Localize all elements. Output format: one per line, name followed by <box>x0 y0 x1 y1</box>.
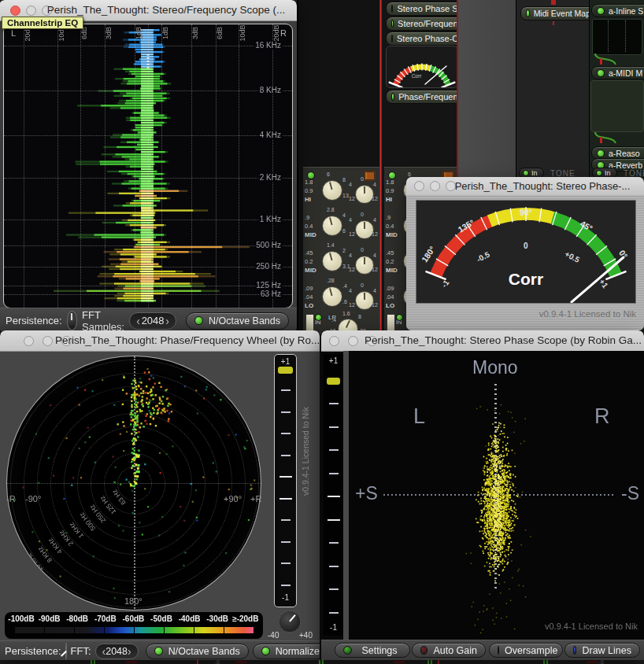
meter-tick <box>281 389 291 391</box>
meter-tick <box>329 426 339 428</box>
db-tick-label: 10dB <box>239 24 246 42</box>
oversample-button[interactable]: Oversample <box>489 643 563 658</box>
meter-value-pill <box>327 378 340 385</box>
window-title: Perish_The_Thought: Stereo/Frequency Sco… <box>0 4 297 16</box>
legend-db-label: ≥-20dB <box>231 614 261 623</box>
eq-num-label: 1.8 <box>386 179 394 186</box>
eq-num-label: 1.6 <box>342 311 350 316</box>
fft-samples-stepper[interactable]: ‹ 2048 › <box>129 312 176 330</box>
eq-num-label: 0 <box>361 282 364 288</box>
meter-tick <box>329 566 339 567</box>
titlebar[interactable]: Perish_The_Thought: Stereo Phase Scope (… <box>321 330 644 352</box>
a-device-button[interactable]: a-Inline S <box>591 4 644 17</box>
a-device-button[interactable]: a-MIDI M <box>591 66 644 79</box>
db-tick-label: 3dB <box>105 24 113 42</box>
eq-freq-knob[interactable] <box>322 286 342 307</box>
legend-tick <box>14 627 15 633</box>
titlebar[interactable]: Perish_The_Thought: Phase/Frequency Whee… <box>0 330 320 352</box>
fft-samples-value: 2048 <box>142 315 165 326</box>
grid-vline <box>135 24 135 308</box>
stepper-prev-icon[interactable]: ‹ <box>136 315 140 327</box>
legend-tick <box>134 627 135 633</box>
correlation-bar-meter: +1-1 <box>324 354 343 636</box>
fft-samples-label: FFT Samples: <box>82 309 124 333</box>
eq-in-switch[interactable] <box>305 314 314 331</box>
persistence-label: Persistence: <box>6 315 62 326</box>
freq-tick-label: 16 KHz <box>254 41 283 50</box>
button-label: a-Inline S <box>609 6 643 16</box>
button-led-icon <box>597 149 605 157</box>
rack-scope-button[interactable]: Stereo/Frequenc <box>386 17 468 31</box>
mini-corr-arc <box>387 46 457 87</box>
window-title: Perish_The_Thought: Phase/Frequency Whee… <box>0 334 320 346</box>
eq-num-label: 8 <box>342 177 346 183</box>
phase-scope-display: Mono L R +S -S v0.9.4-1 Licensed to Nik <box>349 351 644 640</box>
gain-min-label: -40 <box>268 631 279 640</box>
polar-wheel-display: 63 Hz125 Hz250 Hz500 Hz1 KHz2 KHz4 KHz8 … <box>0 352 268 615</box>
meter-tick <box>281 411 291 413</box>
eq-num-label: 1.8 <box>305 179 313 186</box>
draw-lines-led-icon <box>573 646 576 655</box>
fft-stepper[interactable]: ‹ 2048 › <box>95 644 139 659</box>
knob-pointer-icon <box>329 253 332 261</box>
window-stereo-phase-correlation: Perish_The_Thought: Stereo Phase-... 180… <box>406 177 644 330</box>
corr-center-label: Corr <box>416 270 635 289</box>
settings-button[interactable]: Settings <box>335 643 410 658</box>
midi-event-map-button[interactable]: Midi Event Map <box>520 6 596 20</box>
eq-num-label: 0.4 <box>305 223 313 230</box>
freq-tick-label: 125 Hz <box>254 281 283 290</box>
n-octave-bands-button[interactable]: N/Octave Bands <box>146 644 249 659</box>
meter-tick <box>329 588 339 590</box>
persistence-knob[interactable] <box>67 311 77 330</box>
meter-tick <box>281 519 291 521</box>
stepper-next-icon[interactable]: › <box>165 315 169 327</box>
rack-scope-button[interactable]: Stereo Phase-Co <box>386 31 468 46</box>
gain-knob[interactable] <box>279 611 301 633</box>
midi-connector-top <box>553 0 554 5</box>
desktop: 1.80.9HI68130441212.90.4MID2.8460441212.… <box>0 0 644 664</box>
eq-lp-led-icon <box>396 314 403 321</box>
phase-frequency-wheel-button[interactable]: Phase/Frequenc <box>386 90 468 104</box>
fft-value: 2048 <box>105 646 128 657</box>
grid-vline <box>191 24 192 308</box>
spectrum-grid: 20dB10dB6dB3dB1dB1dB3dB6dB10dB20dB16 KHz… <box>4 24 292 308</box>
in-label: In <box>605 169 611 177</box>
legend-db-label: -90dB <box>35 614 65 623</box>
legend-db-label: -100dB <box>6 614 36 623</box>
routing-icon[interactable] <box>364 171 376 181</box>
mixer-meter-tick <box>543 660 545 664</box>
meter-tick <box>329 473 339 474</box>
auto-gain-led-icon <box>420 646 427 655</box>
mixer-db-label: -6 <box>214 660 220 664</box>
draw-lines-button[interactable]: Draw Lines <box>564 643 640 658</box>
meter-tick <box>281 433 291 434</box>
legend-db-label: -40dB <box>175 614 205 623</box>
stepper-next-icon[interactable]: › <box>128 645 131 658</box>
window-stereo-frequency-scope: Perish_The_Thought: Stereo/Frequency Sco… <box>0 0 297 332</box>
db-tick-label: 20dB <box>272 24 280 42</box>
eq-freq-knob[interactable] <box>322 180 342 201</box>
knob-pointer-icon <box>329 218 332 226</box>
rack-scope-button[interactable]: Stereo Phase Sc <box>386 2 468 16</box>
auto-gain-button[interactable]: Auto Gain <box>412 643 486 658</box>
persistence-knob[interactable] <box>65 642 67 660</box>
normalize-button[interactable]: Normalize <box>253 644 320 659</box>
freq-tick-label: 2 KHz <box>258 173 283 182</box>
version-text-vertical: v0.9.4-1 Licensed to Nik <box>301 354 310 496</box>
db-tick-label: 1dB <box>135 24 142 42</box>
meter-tick <box>281 541 291 543</box>
meter-divider <box>343 351 349 640</box>
eq-num-label: 4 <box>373 288 376 293</box>
eq-in-switch[interactable] <box>387 314 395 331</box>
eq-freq-knob[interactable] <box>322 216 342 236</box>
eq-band-label: MID <box>305 267 316 274</box>
wheel-circle: 63 Hz125 Hz250 Hz500 Hz1 KHz2 KHz4 KHz8 … <box>6 356 261 611</box>
eq-num-label: .4 <box>331 317 336 323</box>
phase-control-bar: Settings Auto Gain Oversample Draw Lines <box>321 640 644 660</box>
gain-max-label: +40 <box>299 631 313 640</box>
n-octave-bands-button[interactable]: N/Octave Bands <box>186 312 289 330</box>
mixer-meter-tick <box>91 660 92 664</box>
titlebar[interactable]: Perish_The_Thought: Stereo Phase-... <box>406 177 644 196</box>
eq-freq-knob[interactable] <box>322 251 342 271</box>
freq-tick-label: 250 Hz <box>254 262 283 271</box>
